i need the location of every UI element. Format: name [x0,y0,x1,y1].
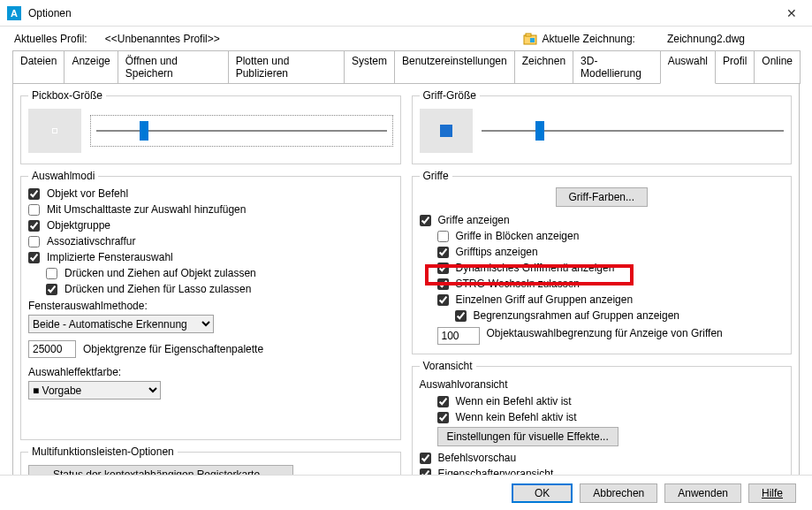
effektfarbe-select[interactable]: ■ Vorgabe [28,381,161,400]
chk-implizierte-label: Implizierte Fensterauswahl [47,251,173,263]
chk-griffe-anzeigen[interactable] [420,215,431,226]
left-column: Pickbox-Größe Auswahlmodi Objekt vor Bef… [20,89,401,496]
apply-button[interactable]: Anwenden [664,483,741,503]
chk-druecken-lasso[interactable] [46,284,57,295]
chk-objekt-vor-befehl-label: Objekt vor Befehl [47,187,128,200]
chk-wenn-aktiv[interactable] [437,396,449,407]
current-profile-label: Aktuelles Profil: [14,33,87,45]
svg-rect-1 [526,34,531,36]
chk-griffe-bloecke-label: Griffe in Blöcken anzeigen [456,230,580,242]
chk-begrenzrahmen-label: Begrenzungsrahmen auf Gruppen anzeigen [474,309,680,322]
voransicht-legend: Voransicht [420,360,476,372]
tab-online[interactable]: Online [754,50,801,84]
right-column: Griff-Größe Griffe Griff-Farben... Griff… [412,89,793,496]
griff-farben-btn[interactable]: Griff-Farben... [556,187,648,207]
auswahlmodi-group: Auswahlmodi Objekt vor Befehl Mit Umscha… [20,170,401,440]
tab-plotten[interactable]: Plotten und Publizieren [228,50,345,84]
chk-strg-wechseln-label: STRG-Wechseln zulassen [456,278,581,290]
chk-umschalttaste-label: Mit Umschalttaste zur Auswahl hinzufügen [47,203,246,216]
chk-dyn-griffmenue[interactable] [437,263,449,274]
current-profile-value: <<Unbenanntes Profil>> [105,33,220,45]
tab-system[interactable]: System [344,50,395,84]
pickbox-preview [28,109,81,153]
chk-druecken-objekt-label: Drücken und Ziehen auf Objekt zulassen [65,267,256,279]
objektgrenze-input[interactable] [28,340,76,358]
chk-objekt-vor-befehl[interactable] [28,188,40,200]
tab-zeichnen[interactable]: Zeichnen [514,50,573,84]
drawing-icon [523,32,543,46]
close-button[interactable]: ✕ [771,0,812,27]
tab-anzeige[interactable]: Anzeige [64,50,118,84]
tab-oeffnen-speichern[interactable]: Öffnen und Speichern [118,50,229,84]
chk-grifftips[interactable] [437,247,449,258]
chk-griffe-bloecke[interactable] [437,231,449,242]
chk-wenn-kein-label: Wenn kein Befehl aktiv ist [456,411,577,423]
griffe-legend: Griffe [420,170,452,182]
fenstermethode-label: Fensterauswahlmethode: [28,297,393,315]
pickbox-legend: Pickbox-Größe [28,89,106,102]
chk-befehlsvorschau-label: Befehlsvorschau [438,452,517,464]
objektgrenze-label: Objektgrenze für Eigenschaftenpalette [83,343,263,355]
current-drawing-label: Aktuelle Zeichnung: [543,33,635,45]
griff-preview [420,109,473,153]
chk-grifftips-label: Grifftips anzeigen [456,246,538,258]
pickbox-group: Pickbox-Größe [20,89,401,164]
svg-rect-2 [530,38,535,42]
dialog-footer: OK Abbrechen Anwenden Hilfe [0,475,812,510]
chk-einzelgriff[interactable] [437,294,449,306]
chk-druecken-objekt[interactable] [46,268,57,279]
chk-griffe-anzeigen-label: Griffe anzeigen [438,214,510,226]
griffe-group: Griffe Griff-Farben... Griffe anzeigen G… [412,170,793,354]
auswahlmodi-legend: Auswahlmodi [28,170,98,182]
chk-befehlsvorschau[interactable] [420,453,431,464]
window-title: Optionen [28,7,771,19]
chk-begrenzrahmen[interactable] [455,310,467,322]
griffgroesse-legend: Griff-Größe [420,89,480,102]
chk-wenn-kein[interactable] [437,412,449,423]
chk-wenn-aktiv-label: Wenn ein Befehl aktiv ist [456,395,572,407]
cancel-button[interactable]: Abbrechen [580,483,657,503]
tab-dateien[interactable]: Dateien [12,50,65,84]
griffgroesse-group: Griff-Größe [412,89,793,164]
tabs: Dateien Anzeige Öffnen und Speichern Plo… [0,49,812,83]
chk-einzelgriff-label: Einzelnen Griff auf Gruppen anzeigen [456,293,634,306]
tab-benutzer[interactable]: Benutzereinstellungen [394,50,515,84]
header-row: Aktuelles Profil: <<Unbenanntes Profil>>… [0,27,812,49]
chk-objektgruppe[interactable] [28,220,40,232]
current-drawing-value: Zeichnung2.dwg [667,33,745,45]
chk-assoz-label: Assoziativschraffur [47,235,135,247]
ok-button[interactable]: OK [512,483,573,503]
pickbox-slider[interactable] [90,115,393,147]
multifunktionsleisten-legend: Multifunktionsleisten-Optionen [28,445,178,458]
visuelle-effekte-btn[interactable]: Einstellungen für visuelle Effekte... [437,427,618,446]
effektfarbe-label: Auswahleffektfarbe: [28,363,393,381]
auswahlvoransicht-label: Auswahlvoransicht [420,376,785,393]
chk-assoz[interactable] [28,236,40,247]
chk-dyn-griffmenue-label: Dynamisches Griffmenü anzeigen [456,262,615,274]
tab-content: Pickbox-Größe Auswahlmodi Objekt vor Bef… [12,83,800,504]
app-icon: A [7,6,21,20]
fenstermethode-select[interactable]: Beide - Automatische Erkennung [28,315,214,333]
chk-strg-wechseln[interactable] [437,278,449,290]
help-button[interactable]: Hilfe [748,483,796,503]
chk-objektgruppe-label: Objektgruppe [47,219,110,232]
chk-umschalttaste[interactable] [28,204,40,216]
title-bar: A Optionen ✕ [0,0,812,27]
griff-slider[interactable] [482,115,785,147]
tab-auswahl[interactable]: Auswahl [660,50,716,84]
chk-druecken-lasso-label: Drücken und Ziehen für Lasso zulassen [65,283,251,295]
chk-implizierte[interactable] [28,252,40,263]
griff-limit-label: Objektauswahlbegrenzung für Anzeige von … [487,327,723,339]
tab-profil[interactable]: Profil [715,50,755,84]
tab-3d[interactable]: 3D-Modellierung [573,50,661,84]
griff-limit-input[interactable] [437,327,480,345]
